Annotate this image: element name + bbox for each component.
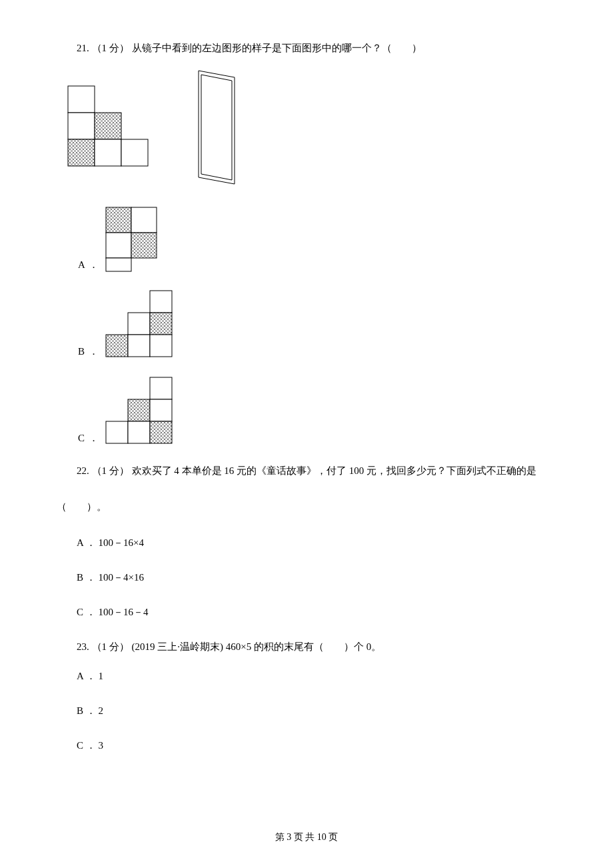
svg-rect-18 — [128, 335, 150, 357]
q21-option-a: A ． — [58, 206, 556, 273]
q21-text: 从镜子中看到的左边图形的样子是下面图形中的哪一个？（ ） — [132, 43, 422, 53]
question-21: 21. （1 分） 从镜子中看到的左边图形的样子是下面图形中的哪一个？（ ） — [57, 40, 556, 446]
svg-rect-25 — [150, 421, 172, 443]
q23-option-c: C ． 3 — [57, 737, 556, 753]
q23-option-b: B ． 2 — [57, 703, 556, 719]
q23-number: 23. — [77, 641, 89, 652]
q21-number: 21. — [77, 43, 89, 53]
svg-rect-21 — [128, 399, 150, 421]
q21-figure-row — [67, 69, 556, 189]
svg-rect-20 — [150, 377, 172, 399]
svg-rect-19 — [150, 335, 172, 357]
q22-option-b: B ． 100－4×16 — [57, 569, 556, 585]
svg-rect-5 — [95, 139, 121, 166]
svg-rect-6 — [121, 139, 148, 166]
q23-source: (2019 三上·温岭期末) — [132, 641, 224, 652]
page-footer: 第 3 页 共 10 页 — [0, 830, 613, 845]
svg-rect-10 — [131, 207, 157, 233]
q21-option-a-label: A ． — [58, 257, 99, 273]
q23-points: （1 分） — [92, 641, 129, 652]
q22-number: 22. — [77, 465, 89, 476]
svg-rect-1 — [68, 86, 95, 113]
question-23: 23. （1 分） (2019 三上·温岭期末) 460×5 的积的末尾有（ ）… — [57, 639, 556, 753]
svg-rect-24 — [128, 421, 150, 443]
q21-option-b: B ． — [58, 289, 556, 359]
q23-header: 23. （1 分） (2019 三上·温岭期末) 460×5 的积的末尾有（ ）… — [57, 639, 556, 655]
q21-mirror-icon — [187, 69, 240, 189]
q21-option-c-label: C ． — [58, 430, 99, 446]
q21-points: （1 分） — [92, 43, 129, 53]
svg-rect-4 — [68, 139, 95, 166]
q21-header: 21. （1 分） 从镜子中看到的左边图形的样子是下面图形中的哪一个？（ ） — [57, 40, 556, 56]
svg-rect-16 — [150, 313, 172, 335]
q22-text1: 欢欢买了 4 本单价是 16 元的《童话故事》，付了 100 元，找回多少元？下… — [132, 465, 537, 476]
question-22: 22. （1 分） 欢欢买了 4 本单价是 16 元的《童话故事》，付了 100… — [57, 463, 556, 620]
svg-rect-9 — [106, 207, 131, 233]
q23-option-a: A ． 1 — [57, 668, 556, 684]
q22-option-a: A ． 100－16×4 — [57, 535, 556, 551]
q22-option-c: C ． 100－16－4 — [57, 604, 556, 620]
svg-rect-17 — [106, 335, 128, 357]
svg-rect-12 — [131, 233, 157, 258]
svg-rect-13 — [106, 258, 131, 271]
svg-rect-3 — [95, 113, 121, 139]
q21-option-b-label: B ． — [58, 343, 99, 359]
q22-points: （1 分） — [92, 465, 129, 476]
svg-rect-14 — [150, 291, 172, 313]
q22-line2: （ ）。 — [57, 499, 556, 515]
q21-option-a-shape — [105, 206, 185, 273]
svg-rect-15 — [128, 313, 150, 335]
svg-rect-23 — [106, 421, 128, 443]
q21-option-c-shape — [105, 376, 191, 446]
svg-rect-22 — [150, 399, 172, 421]
q21-option-c: C ． — [58, 376, 556, 446]
q22-line1: 22. （1 分） 欢欢买了 4 本单价是 16 元的《童话故事》，付了 100… — [57, 463, 556, 479]
svg-rect-2 — [68, 113, 95, 139]
q21-option-b-shape — [105, 289, 191, 359]
q21-main-shape — [67, 79, 157, 179]
svg-rect-11 — [106, 233, 131, 258]
svg-marker-8 — [201, 75, 232, 180]
q23-text: 460×5 的积的末尾有（ ）个 0。 — [226, 641, 381, 652]
